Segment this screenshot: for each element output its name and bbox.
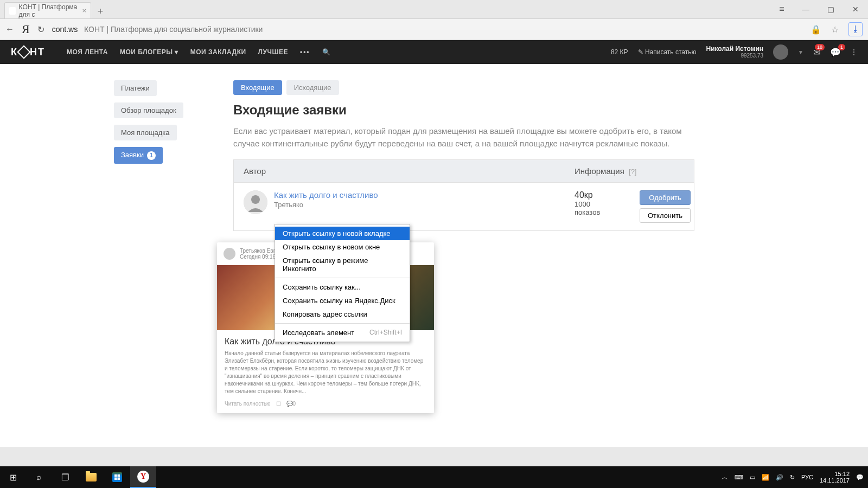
downloads-icon[interactable]: ⭳ [848, 22, 863, 36]
window-maximize-button[interactable]: ▢ [818, 0, 843, 18]
author-avatar[interactable] [244, 190, 267, 214]
bookmark-star-icon[interactable]: ☆ [831, 24, 839, 35]
search-icon[interactable]: 🔍 [322, 48, 331, 56]
taskbar-yandex-icon[interactable]: Y [130, 466, 156, 488]
tray-lang[interactable]: РУС [801, 474, 813, 480]
article-link[interactable]: Как жить долго и счастливо [274, 190, 575, 200]
request-info: 40кр 1000 показов [575, 190, 640, 223]
address-bar: ← Я ↻ cont.ws КОНТ | Платформа для социа… [0, 18, 868, 40]
browser-tab[interactable]: КОНТ | Платформа для с × [4, 2, 91, 18]
reject-button[interactable]: Отклонить [640, 208, 691, 223]
sidebar-item-overview[interactable]: Обзор площадок [114, 102, 183, 118]
author-name: Третьяко [274, 201, 575, 209]
tray-wifi-icon[interactable]: 📶 [762, 474, 769, 481]
sidebar-item-requests[interactable]: Заявки1 [114, 147, 163, 164]
nav-bloggers[interactable]: МОИ БЛОГЕРЫ ▾ [120, 48, 178, 56]
task-view-icon[interactable]: ❐ [52, 466, 78, 488]
nav-more-icon[interactable]: ••• [300, 48, 310, 56]
ctx-open-new-tab[interactable]: Открыть ссылку в новой вкладке [275, 227, 410, 240]
taskbar-explorer-icon[interactable] [78, 466, 104, 488]
tray-expand-icon[interactable]: ︿ [722, 473, 728, 482]
url-field[interactable]: cont.ws КОНТ | Платформа для социальной … [52, 25, 263, 34]
tab-close-icon[interactable]: × [82, 7, 86, 15]
taskbar-store-icon[interactable] [104, 466, 130, 488]
ctx-save-yadisk[interactable]: Сохранить ссылку на Яндекс.Диск [275, 294, 410, 307]
write-article-button[interactable]: ✎ Написать статью [638, 48, 697, 56]
card-text: Начало данной статьи базируется на матер… [217, 350, 434, 401]
tab-title: КОНТ | Платформа для с [19, 3, 82, 18]
card-avatar [224, 248, 235, 260]
sidebar-item-my[interactable]: Моя площадка [114, 125, 177, 140]
sidebar-item-payments[interactable]: Платежи [114, 80, 157, 96]
nav-feed[interactable]: МОЯ ЛЕНТА [67, 48, 108, 56]
tab-outgoing[interactable]: Исходящие [286, 80, 339, 95]
ctx-separator [275, 323, 410, 324]
new-tab-button[interactable]: + [93, 4, 107, 18]
tray-volume-icon[interactable]: 🔊 [776, 474, 783, 481]
window-minimize-button[interactable]: — [793, 0, 818, 18]
kr-balance: 82 КР [611, 48, 628, 56]
nav-bookmarks[interactable]: МОИ ЗАКЛАДКИ [190, 48, 246, 56]
col-info: Информация [?] [575, 166, 684, 176]
tab-incoming[interactable]: Входящие [233, 80, 282, 95]
window-close-button[interactable]: ✕ [843, 0, 868, 18]
ctx-separator [275, 278, 410, 278]
window-titlebar: КОНТ | Платформа для с × + ≡ — ▢ ✕ [0, 0, 868, 18]
taskbar-search-icon[interactable]: ⌕ [26, 466, 52, 488]
ctx-open-new-window[interactable]: Открыть ссылку в новом окне [275, 240, 410, 254]
favicon-icon [9, 7, 16, 15]
ctx-copy-address[interactable]: Копировать адрес ссылки [275, 307, 410, 321]
user-block[interactable]: Николай Истомин 99253.73 [706, 46, 763, 59]
read-more-link[interactable]: Читать полностью [225, 401, 271, 407]
info-help-icon[interactable]: [?] [629, 168, 636, 176]
comments-icon[interactable]: 💬0 [286, 401, 296, 407]
ctx-save-as[interactable]: Сохранить ссылку как... [275, 280, 410, 294]
bookmark-icon[interactable]: ☐ [276, 401, 281, 407]
notifications-icon[interactable]: 💬1 [830, 47, 841, 57]
user-chevron-icon[interactable]: ▼ [798, 49, 803, 55]
sidebar: Платежи Обзор площадок Моя площадка Заяв… [114, 80, 222, 447]
site-logo[interactable]: КНТ [11, 47, 45, 58]
yandex-logo-icon[interactable]: Я [22, 22, 30, 36]
browser-menu-icon[interactable]: ≡ [768, 0, 793, 18]
ctx-open-incognito[interactable]: Открыть ссылку в режиме Инкогнито [275, 254, 410, 275]
svg-point-1 [251, 195, 260, 204]
start-button[interactable]: ⊞ [0, 466, 26, 488]
nav-best[interactable]: ЛУЧШЕЕ [258, 48, 288, 56]
kebab-menu-icon[interactable]: ⋮ [851, 48, 857, 56]
back-icon[interactable]: ← [5, 24, 14, 34]
page-desc: Если вас устраивает материал, который по… [233, 125, 694, 150]
taskbar: ⊞ ⌕ ❐ Y ︿ ⌨ ▭ 📶 🔊 ↻ РУС 15:12 14.11.2017… [0, 466, 868, 488]
site-header: КНТ МОЯ ЛЕНТА МОИ БЛОГЕРЫ ▾ МОИ ЗАКЛАДКИ… [0, 40, 868, 64]
tray-keyboard-icon[interactable]: ⌨ [735, 474, 743, 481]
lock-icon[interactable]: 🔒 [810, 24, 821, 35]
avatar[interactable] [773, 44, 788, 60]
tray-notifications-icon[interactable]: 💬 [856, 474, 864, 481]
reload-icon[interactable]: ↻ [37, 24, 44, 35]
messages-icon[interactable]: ✉18 [813, 47, 820, 57]
tray-clock[interactable]: 15:12 14.11.2017 [820, 471, 850, 484]
ctx-inspect[interactable]: Исследовать элементCtrl+Shift+I [275, 326, 410, 339]
col-author: Автор [244, 166, 575, 176]
page-body: Платежи Обзор площадок Моя площадка Заяв… [0, 64, 868, 447]
pen-icon [17, 45, 30, 59]
approve-button[interactable]: Одобрить [640, 190, 691, 205]
tray-sync-icon[interactable]: ↻ [790, 474, 795, 481]
tray-battery-icon[interactable]: ▭ [750, 474, 755, 481]
table-header: Автор Информация [?] [233, 159, 694, 183]
page-title: Входящие заявки [233, 102, 694, 118]
context-menu: Открыть ссылку в новой вкладке Открыть с… [275, 224, 410, 342]
